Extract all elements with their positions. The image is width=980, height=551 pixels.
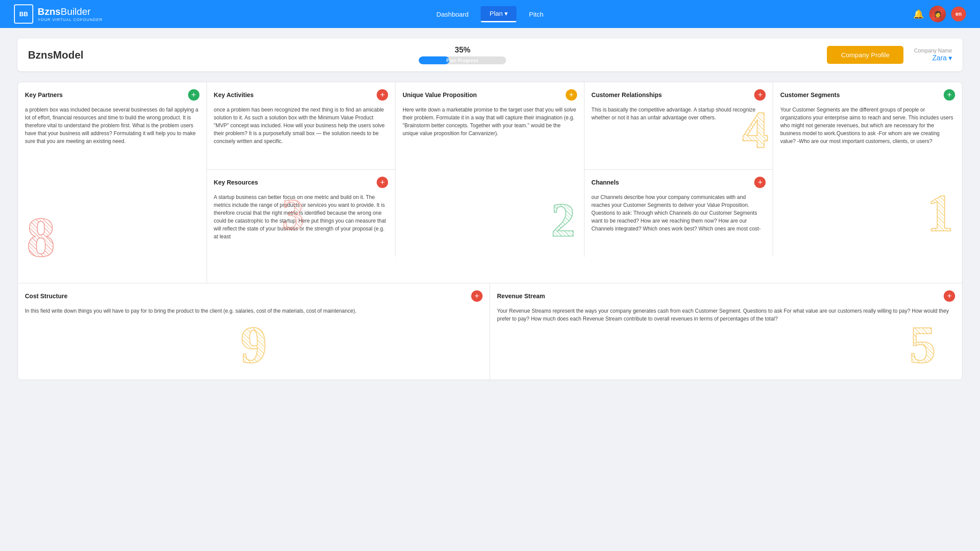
key-partners-text: a problem box was included because sever… — [25, 106, 200, 145]
progress-section: 35% Plan Progress — [108, 45, 816, 64]
revenue-stream-add-button[interactable]: + — [944, 290, 955, 302]
relationships-channels-col: Customer Relationships + This is basical… — [584, 82, 774, 257]
channels-cell: Channels + our Channels describe how you… — [584, 170, 773, 257]
deco-9: 9 — [241, 315, 267, 375]
revenue-stream-text: Your Revenue Streams represent the ways … — [497, 307, 955, 323]
key-resources-text: A startup business can better focus on o… — [214, 193, 388, 241]
key-partners-cell: Key Partners + a problem box was include… — [18, 82, 207, 283]
brand-name: BznsBuilder — [38, 6, 103, 17]
deco-1: 1 — [927, 183, 953, 244]
channels-title: Channels — [592, 179, 619, 186]
channels-add-button[interactable]: + — [754, 177, 766, 188]
unique-value-add-button[interactable]: + — [566, 89, 577, 101]
progress-bar: Plan Progress — [419, 56, 506, 64]
key-activities-header: Key Activities + — [214, 89, 388, 101]
customer-segments-add-button[interactable]: + — [944, 89, 955, 101]
revenue-stream-cell: Revenue Stream + Your Revenue Streams re… — [490, 283, 962, 380]
logo[interactable]: BB BznsBuilder YOUR VIRTUAL COFOUNDER — [14, 4, 103, 24]
company-name-selector[interactable]: Zara ▾ — [932, 54, 952, 62]
company-profile-button[interactable]: Company Profile — [827, 46, 903, 64]
cost-structure-text: In this field write down things you will… — [25, 307, 483, 315]
key-activities-text: once a problem has been recognized the n… — [214, 106, 388, 145]
customer-relationships-add-button[interactable]: + — [754, 89, 766, 101]
channels-header: Channels + — [592, 177, 766, 188]
cost-structure-title: Cost Structure — [25, 293, 67, 300]
canvas-bottom-row: Cost Structure + In this field write dow… — [18, 283, 962, 380]
company-chevron-icon: ▾ — [948, 54, 952, 62]
customer-relationships-cell: Customer Relationships + This is basical… — [584, 82, 773, 170]
channels-text: our Channels describe how your company c… — [592, 193, 766, 233]
unique-value-cell: Unique Value Proposition + Here write do… — [396, 82, 584, 257]
revenue-stream-header: Revenue Stream + — [497, 290, 955, 302]
main-content: BznsModel 35% Plan Progress Company Prof… — [0, 28, 980, 391]
cost-structure-header: Cost Structure + — [25, 290, 483, 302]
logo-text: BznsBuilder YOUR VIRTUAL COFOUNDER — [38, 6, 103, 22]
cost-structure-cell: Cost Structure + In this field write dow… — [18, 283, 490, 380]
deco-8: 8 — [27, 204, 55, 270]
language-selector[interactable]: en — [951, 7, 966, 21]
unique-value-title: Unique Value Proposition — [402, 91, 477, 98]
header: BB BznsBuilder YOUR VIRTUAL COFOUNDER Da… — [0, 0, 980, 28]
company-name-section: Company Name Zara ▾ — [914, 48, 952, 62]
nav-pitch[interactable]: Pitch — [520, 7, 552, 21]
tagline: YOUR VIRTUAL COFOUNDER — [38, 17, 103, 22]
customer-segments-header: Customer Segments + — [780, 89, 955, 101]
logo-icon: BB — [14, 4, 33, 24]
nav-plan[interactable]: Plan ▾ — [481, 6, 517, 22]
revenue-stream-title: Revenue Stream — [497, 293, 545, 300]
avatar[interactable]: 👩 — [929, 6, 946, 22]
customer-segments-title: Customer Segments — [780, 91, 840, 98]
plan-chevron-icon: ▾ — [504, 10, 508, 17]
company-name-label: Company Name — [914, 48, 952, 54]
key-activities-title: Key Activities — [214, 91, 254, 98]
key-resources-title: Key Resources — [214, 179, 258, 186]
key-resources-add-button[interactable]: + — [377, 177, 388, 188]
progress-percentage: 35% — [455, 45, 470, 55]
cost-structure-add-button[interactable]: + — [471, 290, 483, 302]
business-model-canvas: Key Partners + a problem box was include… — [18, 82, 962, 380]
customer-relationships-header: Customer Relationships + — [592, 89, 766, 101]
unique-value-text: Here write down a marketable promise to … — [402, 106, 577, 137]
key-resources-header: Key Resources + — [214, 177, 388, 188]
activities-resources-col: Key Activities + once a problem has been… — [207, 82, 396, 257]
deco-2: 2 — [551, 192, 575, 248]
main-nav: Dashboard Plan ▾ Pitch — [428, 6, 553, 22]
customer-segments-cell: Customer Segments + Your Customer Segmen… — [773, 82, 962, 257]
key-activities-add-button[interactable]: + — [377, 89, 388, 101]
nav-dashboard[interactable]: Dashboard — [428, 7, 477, 21]
key-activities-cell: Key Activities + once a problem has been… — [207, 82, 396, 170]
page-title: BznsModel — [28, 49, 98, 61]
notification-bell-icon[interactable]: 🔔 — [913, 9, 924, 19]
key-partners-header: Key Partners + — [25, 89, 200, 101]
key-partners-title: Key Partners — [25, 91, 63, 98]
top-bar: BznsModel 35% Plan Progress Company Prof… — [18, 38, 962, 71]
canvas-top-row: Key Partners + a problem box was include… — [18, 82, 962, 283]
customer-relationships-title: Customer Relationships — [592, 91, 662, 98]
key-partners-add-button[interactable]: + — [188, 89, 200, 101]
customer-relationships-text: This is basically the competitive advant… — [592, 106, 766, 122]
progress-label: Plan Progress — [419, 56, 506, 64]
header-right: 🔔 👩 en — [913, 6, 966, 22]
unique-value-header: Unique Value Proposition + — [402, 89, 577, 101]
key-resources-cell: Key Resources + A startup business can b… — [207, 170, 396, 257]
customer-segments-text: Your Customer Segments are the different… — [780, 106, 955, 145]
deco-5: 5 — [910, 315, 936, 375]
